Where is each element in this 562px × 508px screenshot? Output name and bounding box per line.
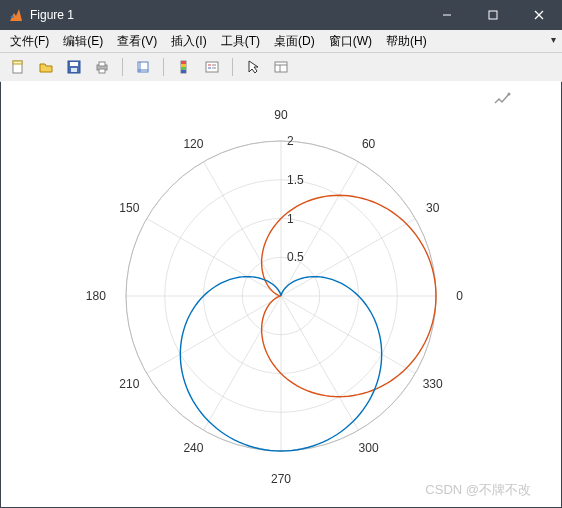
menu-insert[interactable]: 插入(I) [165,31,212,52]
angle-tick-label: 60 [362,137,376,151]
angle-tick-label: 0 [456,289,463,303]
radial-tick-label: 2 [287,134,294,148]
minimize-button[interactable] [424,0,470,30]
svg-rect-20 [206,62,218,72]
insert-legend-button[interactable] [200,55,224,79]
menu-window[interactable]: 窗口(W) [323,31,378,52]
axes-toolbar-icon[interactable] [493,91,511,105]
link-axes-button[interactable] [131,55,155,79]
svg-rect-18 [181,67,186,70]
menu-desktop[interactable]: 桌面(D) [268,31,321,52]
axes-canvas[interactable]: 0.511.520306090120150180210240270300330 … [1,81,561,507]
menubar: 文件(F) 编辑(E) 查看(V) 插入(I) 工具(T) 桌面(D) 窗口(W… [0,30,562,53]
angle-tick-label: 330 [423,377,443,391]
svg-rect-25 [275,62,287,72]
svg-rect-11 [99,69,105,73]
maximize-button[interactable] [470,0,516,30]
menu-view[interactable]: 查看(V) [111,31,163,52]
open-property-inspector-button[interactable] [269,55,293,79]
angle-tick-label: 90 [274,108,288,122]
new-figure-button[interactable] [6,55,30,79]
angle-tick-label: 240 [183,441,203,455]
angle-tick-label: 210 [119,377,139,391]
menu-help[interactable]: 帮助(H) [380,31,433,52]
print-button[interactable] [90,55,114,79]
menubar-overflow-icon[interactable]: ▾ [551,34,556,45]
svg-rect-19 [181,70,186,73]
angle-tick-label: 270 [271,472,291,486]
svg-rect-16 [181,61,186,64]
figure-window: Figure 1 文件(F) 编辑(E) 查看(V) 插入(I) 工具(T) 桌… [0,0,562,508]
toolbar-separator-2 [163,58,164,76]
svg-rect-7 [70,62,78,66]
save-button[interactable] [62,55,86,79]
angle-tick-label: 150 [119,201,139,215]
radial-tick-label: 0.5 [287,250,304,264]
angle-tick-label: 120 [183,137,203,151]
menu-edit[interactable]: 编辑(E) [57,31,109,52]
menu-tools[interactable]: 工具(T) [215,31,266,52]
toolbar-separator-1 [122,58,123,76]
close-button[interactable] [516,0,562,30]
edit-plot-button[interactable] [241,55,265,79]
svg-rect-5 [13,61,22,64]
radial-tick-label: 1.5 [287,173,304,187]
angle-tick-label: 300 [359,441,379,455]
open-button[interactable] [34,55,58,79]
svg-rect-8 [71,68,77,72]
svg-rect-10 [99,62,105,66]
svg-rect-17 [181,64,186,67]
titlebar: Figure 1 [0,0,562,30]
radial-tick-label: 1 [287,212,294,226]
window-title: Figure 1 [30,8,424,22]
matlab-logo-icon [8,7,24,23]
svg-rect-1 [489,11,497,19]
insert-colorbar-button[interactable] [172,55,196,79]
svg-point-28 [508,93,511,96]
menu-file[interactable]: 文件(F) [4,31,55,52]
toolbar [0,53,562,82]
toolbar-separator-3 [232,58,233,76]
watermark-text: CSDN @不牌不改 [425,481,531,499]
angle-tick-label: 30 [426,201,440,215]
angle-tick-label: 180 [86,289,106,303]
polar-axes: 0.511.520306090120150180210240270300330 [1,81,561,507]
